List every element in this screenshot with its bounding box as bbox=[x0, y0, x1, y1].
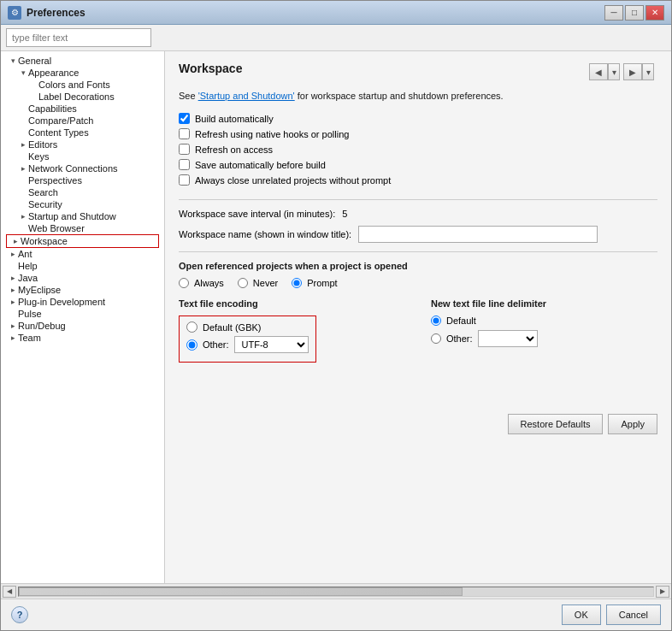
sidebar-item-label-decorations[interactable]: Label Decorations bbox=[1, 91, 164, 103]
expand-arrow-ant bbox=[8, 249, 18, 259]
radio-never-label: Never bbox=[253, 278, 278, 288]
sidebar-tree: General Appearance Colors and Fonts Labe… bbox=[1, 51, 165, 583]
sidebar-item-run-debug[interactable]: Run/Debug bbox=[1, 320, 164, 332]
cancel-button[interactable]: Cancel bbox=[606, 604, 661, 625]
save-before-build-label: Save automatically before build bbox=[195, 160, 326, 170]
line-delimiter-other: Other: Unix Windows Mac bbox=[431, 330, 657, 347]
sidebar-scrollbar: ◀ ▶ bbox=[1, 583, 671, 599]
line-delimiter-select[interactable]: Unix Windows Mac bbox=[478, 330, 538, 347]
workspace-name-label: Workspace name (shown in window title): bbox=[179, 229, 351, 239]
filter-toolbar bbox=[1, 25, 671, 51]
sidebar-item-workspace[interactable]: Workspace bbox=[6, 234, 159, 248]
nav-back-button[interactable]: ◀ bbox=[589, 63, 608, 80]
build-auto-checkbox[interactable] bbox=[179, 113, 190, 124]
save-interval-label: Workspace save interval (in minutes): bbox=[179, 209, 335, 219]
expand-arrow-myeclipse bbox=[8, 285, 18, 295]
refresh-native-checkbox[interactable] bbox=[179, 128, 190, 139]
help-button[interactable]: ? bbox=[11, 606, 28, 623]
sidebar-item-myeclipse[interactable]: MyEclipse bbox=[1, 284, 164, 296]
sidebar-item-web-browser[interactable]: Web Browser bbox=[1, 222, 164, 234]
line-delimiter-other-radio[interactable] bbox=[431, 333, 441, 344]
build-auto-label: Build automatically bbox=[195, 114, 274, 124]
close-unrelated-checkbox[interactable] bbox=[179, 174, 190, 186]
sidebar-hscroll-track[interactable] bbox=[18, 587, 654, 597]
workspace-name-row: Workspace name (shown in window title): bbox=[179, 226, 657, 243]
sidebar-item-search[interactable]: Search bbox=[1, 186, 164, 198]
sidebar-item-security[interactable]: Security bbox=[1, 198, 164, 210]
sidebar-item-plugin-dev[interactable]: Plug-in Development bbox=[1, 296, 164, 308]
subtitle-text: See bbox=[179, 91, 198, 101]
sidebar-item-network-connections[interactable]: Network Connections bbox=[1, 162, 164, 174]
restore-defaults-button[interactable]: Restore Defaults bbox=[508, 414, 604, 434]
encoding-select[interactable]: UTF-8 UTF-16 ISO-8859-1 GBK US-ASCII bbox=[234, 336, 309, 353]
apply-button[interactable]: Apply bbox=[608, 414, 657, 434]
separator-1 bbox=[179, 199, 657, 200]
sidebar-item-perspectives[interactable]: Perspectives bbox=[1, 174, 164, 186]
sidebar-item-help[interactable]: Help bbox=[1, 260, 164, 272]
encoding-other-row: Other: UTF-8 UTF-16 ISO-8859-1 GBK US-AS… bbox=[186, 336, 309, 353]
sidebar-item-content-types[interactable]: Content Types bbox=[1, 127, 164, 139]
minimize-button[interactable]: ─ bbox=[604, 5, 623, 21]
sidebar-item-appearance[interactable]: Appearance bbox=[1, 67, 164, 79]
radio-always-input[interactable] bbox=[179, 278, 189, 288]
line-delimiter-default: Default bbox=[431, 316, 657, 326]
close-button[interactable]: ✕ bbox=[645, 5, 664, 21]
close-unrelated-label: Always close unrelated projects without … bbox=[195, 175, 391, 186]
radio-prompt-input[interactable] bbox=[292, 278, 302, 288]
radio-never-input[interactable] bbox=[238, 278, 248, 288]
nav-forward-dropdown-button[interactable]: ▾ bbox=[642, 63, 654, 80]
expand-arrow-general bbox=[8, 56, 18, 66]
refresh-access-checkbox[interactable] bbox=[179, 144, 190, 155]
sidebar-item-startup[interactable]: Startup and Shutdow bbox=[1, 210, 164, 222]
content-title: Workspace bbox=[179, 62, 242, 75]
sidebar-hscroll-thumb bbox=[19, 587, 463, 596]
scroll-left-button[interactable]: ◀ bbox=[3, 586, 16, 598]
sidebar-item-team[interactable]: Team bbox=[1, 332, 164, 344]
encoding-default-radio[interactable] bbox=[186, 321, 197, 333]
sidebar-item-ant[interactable]: Ant bbox=[1, 248, 164, 260]
startup-shutdown-link[interactable]: 'Startup and Shutdown' bbox=[198, 91, 295, 101]
scroll-right-button[interactable]: ▶ bbox=[656, 586, 669, 598]
line-delimiter-title: New text file line delimiter bbox=[431, 298, 657, 309]
checkbox-refresh-native: Refresh using native hooks or polling bbox=[179, 128, 657, 139]
nav-buttons: ◀ ▾ ▶ ▾ bbox=[589, 63, 657, 80]
sidebar-item-keys[interactable]: Keys bbox=[1, 150, 164, 162]
radio-always-label: Always bbox=[194, 278, 224, 288]
encoding-box: Default (GBK) Other: UTF-8 UTF-16 ISO-88… bbox=[179, 316, 316, 363]
encoding-other-label: Other: bbox=[203, 339, 229, 350]
footer-buttons: OK Cancel bbox=[562, 604, 661, 625]
nav-back-dropdown-button[interactable]: ▾ bbox=[608, 63, 620, 80]
checkbox-save-before-build: Save automatically before build bbox=[179, 159, 657, 170]
radio-never: Never bbox=[238, 278, 278, 288]
filter-input[interactable] bbox=[6, 28, 151, 47]
sidebar-item-pulse[interactable]: Pulse bbox=[1, 308, 164, 320]
expand-arrow-network bbox=[18, 163, 28, 174]
title-bar: ⚙ Preferences ─ □ ✕ bbox=[1, 1, 671, 25]
sidebar-item-capabilities[interactable]: Capabilities bbox=[1, 103, 164, 115]
window-icon: ⚙ bbox=[8, 6, 21, 20]
checkbox-refresh-access: Refresh on access bbox=[179, 144, 657, 155]
line-delimiter-section: New text file line delimiter Default Oth… bbox=[431, 298, 657, 363]
save-interval-value: 5 bbox=[342, 209, 347, 219]
maximize-button[interactable]: □ bbox=[625, 5, 644, 21]
text-encoding-title: Text file encoding bbox=[179, 298, 405, 309]
nav-forward-button[interactable]: ▶ bbox=[623, 63, 642, 80]
text-encoding-section: Text file encoding Default (GBK) Other: … bbox=[179, 298, 405, 363]
line-delimiter-other-label: Other: bbox=[446, 333, 473, 344]
workspace-name-input[interactable] bbox=[358, 226, 598, 243]
line-delimiter-default-radio[interactable] bbox=[431, 316, 441, 326]
sidebar-item-compare-patch[interactable]: Compare/Patch bbox=[1, 115, 164, 127]
sidebar-item-editors[interactable]: Editors bbox=[1, 139, 164, 150]
radio-always: Always bbox=[179, 278, 224, 288]
window-controls: ─ □ ✕ bbox=[604, 5, 664, 21]
radio-prompt: Prompt bbox=[292, 278, 337, 288]
nav-back-group: ◀ ▾ bbox=[589, 63, 620, 80]
ok-button[interactable]: OK bbox=[562, 604, 601, 625]
save-before-build-checkbox[interactable] bbox=[179, 159, 190, 170]
content-action-buttons: Restore Defaults Apply bbox=[179, 363, 657, 434]
line-delimiter-default-label: Default bbox=[446, 316, 476, 326]
sidebar-item-colors-fonts[interactable]: Colors and Fonts bbox=[1, 79, 164, 91]
sidebar-item-general[interactable]: General bbox=[1, 55, 164, 67]
sidebar-item-java[interactable]: Java bbox=[1, 272, 164, 284]
encoding-other-radio[interactable] bbox=[186, 339, 197, 351]
